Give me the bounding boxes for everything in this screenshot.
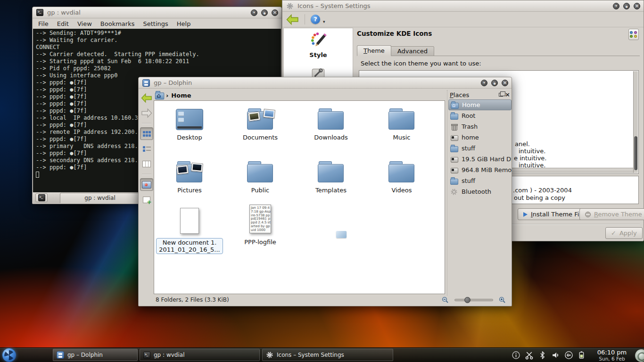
back-arrow-icon — [141, 93, 152, 103]
folder-music[interactable]: Music — [366, 106, 437, 141]
vertical-scrollbar[interactable] — [633, 71, 638, 173]
maximize-button[interactable] — [623, 3, 630, 9]
help-icon[interactable] — [311, 15, 320, 24]
preview-button[interactable] — [140, 178, 153, 191]
new-tab-button[interactable] — [35, 193, 48, 202]
menu-file[interactable]: File — [38, 20, 49, 27]
app-launcher-button[interactable] — [2, 348, 16, 362]
places-header: Places × — [448, 90, 512, 99]
folder-downloads[interactable]: Downloads — [296, 106, 366, 141]
back-button[interactable] — [140, 91, 153, 104]
taskbar-item-dolphin[interactable]: gp – Dolphin — [53, 349, 138, 361]
breadcrumb-home[interactable]: Home — [171, 92, 191, 99]
tab-advanced[interactable]: Advanced — [391, 46, 434, 56]
gear-icon — [450, 188, 458, 196]
folder-pictures[interactable]: Pictures — [154, 158, 225, 194]
home-folder-icon[interactable]: ⌂ — [155, 91, 164, 99]
file-new-document[interactable]: New document 1. 2011_01_20_16_5... — [154, 206, 225, 254]
back-arrow-icon[interactable] — [286, 14, 299, 25]
menu-view[interactable]: View — [77, 20, 92, 27]
menu-edit[interactable]: Edit — [57, 20, 69, 27]
info-icon[interactable] — [512, 351, 520, 360]
zoom-slider[interactable] — [454, 299, 493, 301]
dolphin-window-title: gp – Dolphin — [154, 79, 192, 86]
folder-view[interactable]: Desktop Documents Downloads Music — [154, 100, 445, 294]
place-home[interactable]: ⌂Home — [448, 99, 512, 110]
place-trash[interactable]: Trash — [448, 121, 512, 132]
close-icon[interactable]: × — [505, 92, 510, 98]
icon-theme-prompt: Select the icon theme you want to use: — [361, 60, 481, 67]
terminal-line: --> Carrier detected. Starting PPP immed… — [36, 51, 278, 58]
place-root[interactable]: Root — [448, 110, 512, 121]
battery-icon[interactable] — [578, 351, 586, 360]
apply-button[interactable]: ✓ Apply — [605, 227, 643, 239]
scrollbar-thumb[interactable] — [634, 136, 637, 170]
dolphin-titlebar[interactable]: gp – Dolphin — [139, 77, 512, 89]
terminal-cursor — [36, 172, 39, 178]
minimize-button[interactable] — [251, 9, 257, 16]
remove-theme-button[interactable]: Remove Theme — [579, 208, 644, 220]
folder-public[interactable]: Public — [225, 158, 296, 194]
taskbar-item-system-settings[interactable]: Icons – System Settings — [262, 349, 393, 361]
bluetooth-icon[interactable] — [538, 351, 547, 360]
konsole-icon — [36, 9, 43, 16]
zoom-in-icon[interactable] — [499, 296, 506, 304]
chevron-down-icon[interactable]: ▾ — [323, 19, 325, 24]
desktop: gp : wvdial File Edit View Bookmarks Set… — [0, 0, 644, 362]
zoom-out-icon[interactable] — [442, 296, 449, 304]
undock-icon[interactable] — [499, 93, 503, 97]
clipboard-scissors-icon[interactable] — [525, 351, 534, 360]
maximize-button[interactable] — [261, 9, 268, 16]
toolbar-separator — [142, 174, 151, 174]
place-stuff-2[interactable]: stuff — [448, 175, 512, 186]
close-button[interactable] — [634, 3, 640, 9]
taskbar-item-wvdial[interactable]: gp : wvdial — [140, 349, 260, 361]
folder-desktop[interactable]: Desktop — [154, 106, 225, 141]
maximize-button[interactable] — [491, 80, 498, 86]
folder-videos[interactable]: Videos — [366, 158, 437, 194]
columns-view-button[interactable] — [140, 157, 153, 170]
tab-theme[interactable]: Theme — [357, 45, 391, 56]
dolphin-window: gp – Dolphin ⌂ › Home — [138, 77, 512, 306]
folder-icon — [247, 161, 273, 183]
konsole-icon — [143, 352, 150, 359]
menu-help[interactable]: Help — [177, 20, 191, 27]
split-view-button[interactable] — [140, 193, 153, 206]
volume-icon[interactable] — [551, 351, 560, 360]
file-ppp-logfile[interactable]: Jan 17 09:4 7:18 gp-Asp ire-5738 pp pd[1… — [225, 202, 296, 246]
sidebar-item-style[interactable]: Style — [284, 32, 353, 58]
close-button[interactable] — [272, 9, 278, 16]
clock-date: Sun, 6 Feb — [594, 356, 630, 362]
place-hard-drive[interactable]: 19.5 GiB Hard Drive — [448, 154, 512, 165]
minimize-button[interactable] — [613, 3, 619, 9]
details-view-button[interactable] — [140, 142, 153, 155]
forward-button[interactable] — [140, 107, 153, 119]
page-title: Customize KDE Icons — [357, 30, 432, 37]
place-stuff[interactable]: stuff — [448, 143, 512, 154]
terminal-titlebar[interactable]: gp : wvdial — [33, 7, 281, 18]
terminal-tab[interactable]: gp : wvdial — [60, 193, 140, 203]
theme-description-fragment: intuitive. — [519, 148, 545, 155]
documents-folder-icon — [247, 108, 273, 130]
folder-templates[interactable]: Templates — [296, 158, 366, 194]
usb-device-icon[interactable] — [564, 351, 573, 360]
clock[interactable]: 06:10 pm Sun, 6 Feb — [594, 349, 630, 362]
icon-grid-button[interactable] — [628, 29, 639, 40]
folder-documents[interactable]: Documents — [225, 106, 296, 141]
settings-titlebar[interactable]: Icons – System Settings — [282, 0, 644, 12]
terminal-line: --> Pid of pppd: 25082 — [36, 65, 278, 72]
zoom-slider-thumb[interactable] — [464, 297, 471, 303]
columns-view-icon — [142, 161, 151, 167]
menu-bookmarks[interactable]: Bookmarks — [100, 20, 135, 27]
menu-settings[interactable]: Settings — [143, 20, 168, 27]
place-bluetooth[interactable]: Bluetooth — [448, 186, 512, 197]
icons-view-icon — [143, 131, 151, 137]
minimize-button[interactable] — [481, 80, 487, 86]
icons-view-button[interactable] — [140, 127, 153, 140]
place-home-partition[interactable]: home — [448, 132, 512, 143]
dolphin-icon — [57, 351, 64, 359]
close-button[interactable] — [502, 80, 508, 86]
theme-description-fragment: anel. — [515, 140, 530, 148]
panel-toolbox-cashew[interactable] — [635, 349, 644, 362]
place-removable[interactable]: 964.8 MiB Remov… — [448, 165, 512, 175]
